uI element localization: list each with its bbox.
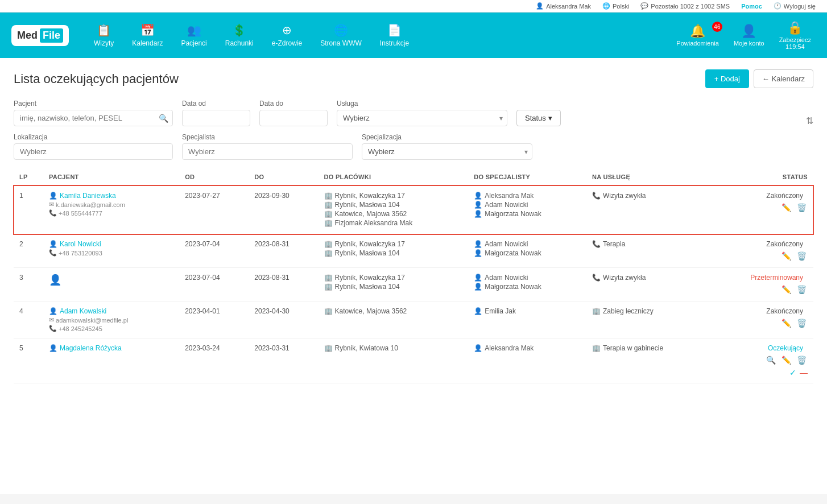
delete-button[interactable]: 🗑️ xyxy=(796,284,808,295)
filter-service: Usługa Wybierz xyxy=(337,100,507,126)
date-to-input[interactable] xyxy=(259,110,328,126)
status-button[interactable]: Status ▾ xyxy=(516,110,561,126)
specialist-item: 👤Adam Nowicki xyxy=(474,201,581,209)
cell-lp: 1 xyxy=(14,185,43,234)
filter-patient: Pacjent 🔍 xyxy=(14,100,173,126)
topbar-language[interactable]: 🌐 Polski xyxy=(602,2,629,10)
status-badge: Przeterminowany xyxy=(750,274,803,282)
status-button-label: Status xyxy=(525,114,546,122)
kalendarz-icon: 📅 xyxy=(140,23,155,37)
topbar-help-label[interactable]: Pomoc xyxy=(741,3,762,10)
specialist-person-icon: 👤 xyxy=(474,283,482,291)
calendar-button[interactable]: ← Kalendarz xyxy=(754,69,813,88)
patient-name[interactable]: 👤Magdalena Różycka xyxy=(49,344,173,352)
filter-status: Status ▾ xyxy=(516,100,561,126)
building-icon: 🏢 xyxy=(324,240,333,248)
topbar-help[interactable]: Pomoc xyxy=(741,3,762,10)
specialist-input[interactable] xyxy=(182,143,353,160)
table-row[interactable]: 3👤2023-07-042023-08-31🏢Rybnik, Kowalczyk… xyxy=(14,268,813,301)
service-name: Zabieg leczniczy xyxy=(603,307,654,315)
table-row[interactable]: 5👤Magdalena Różycka2023-03-242023-03-31🏢… xyxy=(14,338,813,383)
nav-strona[interactable]: 🌐 Strona WWW xyxy=(312,19,370,52)
nav-kalendarz-label: Kalendarz xyxy=(132,39,163,47)
cell-do: 2023-08-31 xyxy=(249,268,318,301)
specialist-item: 👤Aleksandra Mak xyxy=(474,344,581,352)
edit-button[interactable]: ✏️ xyxy=(780,354,792,366)
page-title: Lista oczekujących pacjentów xyxy=(14,72,179,86)
cell-patient: 👤 xyxy=(43,268,179,301)
edit-button[interactable]: ✏️ xyxy=(780,202,792,213)
topbar-logout[interactable]: 🕐 Wyloguj się xyxy=(774,2,816,10)
th-od: OD xyxy=(179,169,249,185)
edit-button[interactable]: ✏️ xyxy=(780,250,792,262)
cell-service: 🏢Zabieg leczniczy xyxy=(586,301,710,321)
delete-button[interactable]: 🗑️ xyxy=(796,250,808,262)
edit-button[interactable]: ✏️ xyxy=(780,284,792,295)
row-actions: ✏️ 🗑️ xyxy=(780,284,808,295)
service-label: Usługa xyxy=(337,100,507,108)
search-button[interactable]: 🔍 xyxy=(765,354,777,366)
patient-label: Pacjent xyxy=(14,100,173,108)
building-icon: 🏢 xyxy=(324,344,333,352)
table-body: 1👤Kamila Daniewska✉k.daniewska@gmail.com… xyxy=(14,185,813,383)
building-icon: 🏢 xyxy=(324,201,333,209)
service-icon: 📞 xyxy=(592,192,601,200)
logo[interactable]: Med File xyxy=(11,25,69,46)
patient-input[interactable] xyxy=(14,110,173,126)
service-select[interactable]: Wybierz xyxy=(337,110,507,126)
specialization-select[interactable]: Wybierz xyxy=(362,143,532,160)
edit-button[interactable]: ✏️ xyxy=(780,317,792,329)
table-row[interactable]: 4👤Adam Kowalski✉adamkowalski@medfile.pl📞… xyxy=(14,301,813,338)
specialist-person-icon: 👤 xyxy=(474,274,482,282)
person-icon: 👤 xyxy=(49,192,57,200)
email-icon: ✉ xyxy=(49,316,54,324)
check-icon[interactable]: ✓ xyxy=(789,368,796,377)
nav-moje-konto[interactable]: 👤 Moje konto xyxy=(729,22,769,49)
delete-button[interactable]: 🗑️ xyxy=(796,354,808,366)
patient-email: ✉adamkowalski@medfile.pl xyxy=(49,316,173,324)
delete-button[interactable]: 🗑️ xyxy=(796,317,808,329)
table-row[interactable]: 2👤Karol Nowicki📞+48 7531200932023-07-042… xyxy=(14,234,813,268)
service-icon: 🏢 xyxy=(592,344,601,352)
nav-instrukcje-label: Instrukcje xyxy=(380,39,409,47)
patient-name[interactable]: 👤Karol Nowicki xyxy=(49,240,173,248)
cell-service: 📞Wizyta zwykła xyxy=(586,186,710,205)
patient-name[interactable]: 👤Adam Kowalski xyxy=(49,307,173,315)
table-row[interactable]: 1👤Kamila Daniewska✉k.daniewska@gmail.com… xyxy=(14,185,813,234)
building-icon: 🏢 xyxy=(324,210,333,218)
cell-patient: 👤Karol Nowicki📞+48 753120093 xyxy=(43,234,179,268)
person-icon: 👤 xyxy=(49,344,57,352)
minus-icon[interactable]: — xyxy=(800,368,808,377)
cell-status: Zakończony ✏️ 🗑️ xyxy=(710,185,813,234)
email-icon: ✉ xyxy=(49,201,54,208)
nav-wizyty[interactable]: 📋 Wizyty xyxy=(86,19,122,52)
nav-zabezpiecz[interactable]: 🔒 Zabezpiecz119:54 xyxy=(775,18,816,52)
nav-powiadomienia[interactable]: 🔔 46 Powiadomienia xyxy=(672,22,723,49)
nav-instrukcje[interactable]: 📄 Instrukcje xyxy=(372,19,417,52)
service-icon: 📞 xyxy=(592,274,601,282)
add-button[interactable]: + Dodaj xyxy=(705,69,749,88)
sort-icon[interactable]: ⇅ xyxy=(806,115,813,126)
nav-ezdrowie[interactable]: ⊕ e-Zdrowie xyxy=(264,19,310,52)
nav-items: 📋 Wizyty 📅 Kalendarz 👥 Pacjenci 💲 Rachun… xyxy=(86,19,672,52)
nav-kalendarz[interactable]: 📅 Kalendarz xyxy=(124,19,171,52)
date-from-input[interactable] xyxy=(182,110,250,126)
pacjenci-icon: 👥 xyxy=(187,23,201,37)
topbar-logout-label[interactable]: Wyloguj się xyxy=(784,3,816,10)
specialist-person-icon: 👤 xyxy=(474,344,482,352)
cell-status: Oczekujący 🔍 ✏️ 🗑️ ✓— xyxy=(710,338,813,383)
cell-locations: 🏢Rybnik, Kowalczyka 17🏢Rybnik, Masłowa 1… xyxy=(319,185,469,234)
nav-pacjenci[interactable]: 👥 Pacjenci xyxy=(173,19,214,52)
location-item: 🏢Rybnik, Masłowa 104 xyxy=(324,201,463,209)
patient-name[interactable]: 👤Kamila Daniewska xyxy=(49,192,173,200)
th-do-specjalisty: DO SPECJALISTY xyxy=(468,169,586,185)
specialist-person-icon: 👤 xyxy=(474,307,482,315)
nav-strona-label: Strona WWW xyxy=(320,39,362,47)
phone-icon: 📞 xyxy=(49,209,57,217)
cell-status: Zakończony ✏️ 🗑️ xyxy=(710,234,813,268)
account-icon: 👤 xyxy=(741,24,756,39)
nav-rachunki[interactable]: 💲 Rachunki xyxy=(217,19,262,52)
rachunki-icon: 💲 xyxy=(232,23,246,37)
location-input[interactable] xyxy=(14,143,173,160)
delete-button[interactable]: 🗑️ xyxy=(796,202,808,213)
